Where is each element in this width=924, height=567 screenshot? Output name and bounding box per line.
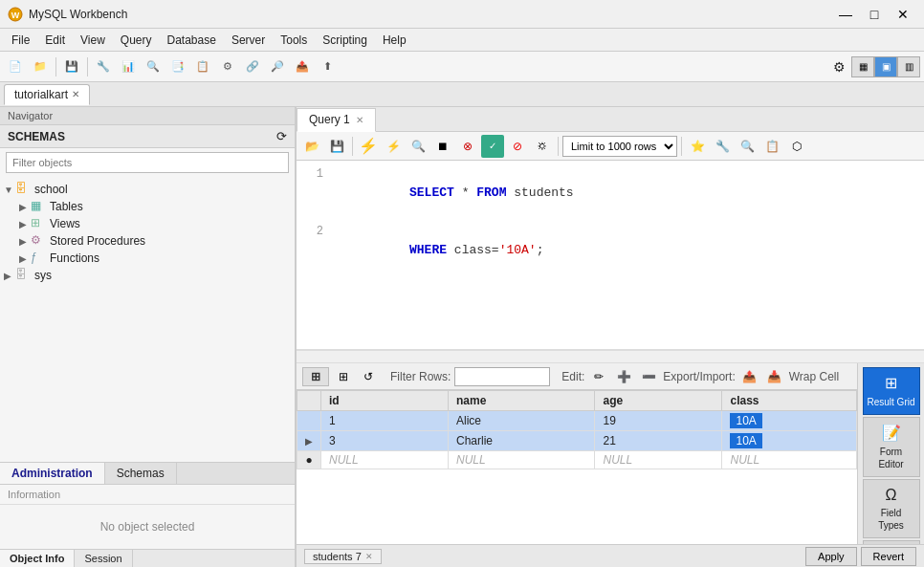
q-format-btn[interactable]: 🔧 <box>711 135 734 158</box>
q-search-btn[interactable]: 🔍 <box>736 135 759 158</box>
filter-rows-label: Filter Rows: <box>390 370 451 383</box>
code-editor[interactable]: 1 SELECT * FROM students 2 WHERE class='… <box>297 161 924 350</box>
gear-icon[interactable]: ⚙ <box>828 56 849 77</box>
result-icon-2[interactable]: ↺ <box>358 366 379 387</box>
toolbar-btn-4[interactable]: 📊 <box>117 55 140 78</box>
q-stop-btn[interactable]: ⏹ <box>431 135 454 158</box>
tree-item-school[interactable]: ▼ 🗄 school <box>0 181 295 198</box>
q-explain-btn[interactable]: 🔍 <box>407 135 429 158</box>
toolbar-open-btn[interactable]: 📁 <box>29 55 52 78</box>
layout-btn-3[interactable]: ▥ <box>897 56 920 77</box>
maximize-button[interactable]: □ <box>861 4 888 25</box>
tree-item-tables[interactable]: ▶ ▦ Tables <box>0 198 295 215</box>
cell-id-null[interactable]: NULL <box>321 451 449 469</box>
q-open-btn[interactable]: 📂 <box>300 135 323 158</box>
edit-icon-1[interactable]: ✏ <box>588 366 609 387</box>
revert-button[interactable]: Revert <box>861 547 916 566</box>
limit-rows-select[interactable]: Limit to 1000 rows Limit to 200 rows Don… <box>562 136 677 157</box>
tree-item-procedures[interactable]: ▶ ⚙ Stored Procedures <box>0 232 295 250</box>
tree-item-views[interactable]: ▶ ⊞ Views <box>0 215 295 232</box>
q-toggle-btn[interactable]: ⛭ <box>531 135 554 158</box>
toolbar-new-btn[interactable]: 📄 <box>4 55 27 78</box>
object-info-tab[interactable]: Object Info <box>0 550 75 567</box>
nav-tab-schemas[interactable]: Schemas <box>105 463 177 484</box>
menu-scripting[interactable]: Scripting <box>315 32 375 49</box>
toolbar-btn-8[interactable]: ⚙ <box>216 55 239 78</box>
close-button[interactable]: ✕ <box>890 4 916 25</box>
cell-class-2[interactable]: 10A <box>722 431 857 451</box>
result-grid-btn[interactable]: ⊞ Result Grid <box>863 367 920 415</box>
edit-icon-3[interactable]: ➖ <box>638 366 659 387</box>
sys-arrow: ▶ <box>4 271 15 281</box>
connection-tab-close[interactable]: ✕ <box>72 89 79 99</box>
edit-icon-2[interactable]: ➕ <box>613 366 634 387</box>
table-row[interactable]: ● NULL NULL NULL NULL <box>297 451 857 469</box>
q-progress-btn[interactable]: ⊗ <box>456 135 479 158</box>
toolbar-btn-7[interactable]: 📋 <box>191 55 214 78</box>
toolbar-save-btn[interactable]: 💾 <box>60 55 83 78</box>
nav-tab-administration[interactable]: Administration <box>0 463 105 484</box>
cell-age-1[interactable]: 19 <box>595 411 722 431</box>
export-icon-1[interactable]: 📤 <box>739 366 760 387</box>
q-sep-3 <box>681 137 682 156</box>
cell-name-2[interactable]: Charlie <box>449 431 595 451</box>
cell-name-null[interactable]: NULL <box>449 451 595 469</box>
cell-age-null[interactable]: NULL <box>595 451 722 469</box>
menu-tools[interactable]: Tools <box>273 32 315 49</box>
minimize-button[interactable]: — <box>832 4 859 25</box>
tree-item-functions[interactable]: ▶ ƒ Functions <box>0 250 295 267</box>
cell-class-null[interactable]: NULL <box>722 451 857 469</box>
menu-file[interactable]: File <box>4 32 37 49</box>
q-context-btn[interactable]: 📋 <box>760 135 783 158</box>
q-execute-sel-btn[interactable]: ⚡ <box>382 135 405 158</box>
field-types-btn[interactable]: Ω Field Types <box>863 479 920 539</box>
cell-id-2[interactable]: 3 <box>321 431 449 451</box>
table-row[interactable]: 1 Alice 19 10A <box>297 411 857 431</box>
schema-icon: 🗄 <box>15 182 31 197</box>
cell-name-1[interactable]: Alice <box>449 411 595 431</box>
tree-item-sys[interactable]: ▶ 🗄 sys <box>0 267 295 284</box>
filter-input[interactable] <box>6 152 289 173</box>
toolbar-btn-6[interactable]: 📑 <box>166 55 189 78</box>
q-execute-btn[interactable]: ⚡ <box>357 135 380 158</box>
menu-server[interactable]: Server <box>224 32 273 49</box>
q-star-btn[interactable]: ⭐ <box>686 135 709 158</box>
apply-button[interactable]: Apply <box>805 547 857 566</box>
menu-help[interactable]: Help <box>375 32 414 49</box>
menu-edit[interactable]: Edit <box>37 32 73 49</box>
connection-tab[interactable]: tutorialkart ✕ <box>4 84 90 105</box>
result-grid-tab[interactable]: ⊞ <box>302 367 329 386</box>
query-tab-close[interactable]: ✕ <box>356 115 363 125</box>
toolbar-btn-9[interactable]: 🔗 <box>241 55 264 78</box>
cell-id-1[interactable]: 1 <box>321 411 449 431</box>
form-editor-btn[interactable]: 📝 Form Editor <box>863 417 920 477</box>
toolbar-btn-12[interactable]: ⬆ <box>316 55 339 78</box>
toolbar-btn-11[interactable]: 📤 <box>291 55 314 78</box>
layout-btn-2[interactable]: ▣ <box>874 56 897 77</box>
str-val: '10A' <box>499 243 537 257</box>
toolbar-btn-10[interactable]: 🔎 <box>266 55 289 78</box>
q-extra-btn[interactable]: ⬡ <box>785 135 808 158</box>
export-icon-2[interactable]: 📥 <box>764 366 785 387</box>
q-commit-btn[interactable]: ✓ <box>481 135 504 158</box>
filter-rows-input[interactable] <box>454 367 550 386</box>
table-row[interactable]: ▶ 3 Charlie 21 10A <box>297 431 857 451</box>
result-icon-1[interactable]: ⊞ <box>333 366 354 387</box>
query-tab[interactable]: Query 1 ✕ <box>297 108 376 132</box>
q-rollback-btn[interactable]: ⊘ <box>506 135 529 158</box>
cell-age-2[interactable]: 21 <box>595 431 722 451</box>
students-tab-close[interactable]: ✕ <box>365 552 373 561</box>
session-tab[interactable]: Session <box>75 550 132 567</box>
menu-database[interactable]: Database <box>160 32 224 49</box>
toolbar-btn-3[interactable]: 🔧 <box>92 55 115 78</box>
toolbar-btn-5[interactable]: 🔍 <box>142 55 165 78</box>
q-save-btn[interactable]: 💾 <box>325 135 348 158</box>
result-grid[interactable]: id name age class 1 Alice <box>297 390 857 544</box>
schemas-refresh-icon[interactable]: ⟳ <box>276 129 287 143</box>
menu-view[interactable]: View <box>73 32 113 49</box>
horizontal-scrollbar[interactable] <box>297 350 924 363</box>
students-tab[interactable]: students 7 ✕ <box>304 549 382 564</box>
menu-query[interactable]: Query <box>113 32 160 49</box>
cell-class-1[interactable]: 10A <box>722 411 857 431</box>
layout-btn-1[interactable]: ▦ <box>851 56 874 77</box>
